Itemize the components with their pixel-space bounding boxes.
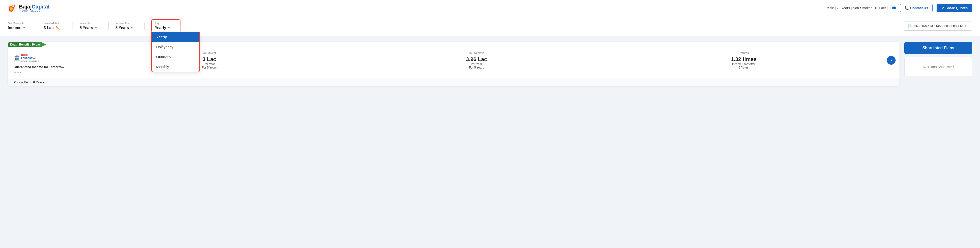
returns-sub1: Income Start After [732, 63, 756, 66]
dropdown-item-monthly[interactable]: Monthly [152, 62, 199, 72]
header: BajajCapital INSURANCE.COM Male | 28 Yea… [0, 0, 980, 16]
main-content: Death Benefit : 30 Lac 🏦 ICICIPRUDENTIAL… [0, 36, 980, 92]
dropdown-item-yearly[interactable]: Yearly [152, 32, 199, 42]
phone-icon: 📞 [905, 6, 909, 10]
plan-card-inner: Death Benefit : 30 Lac 🏦 ICICIPRUDENTIAL… [8, 42, 899, 79]
you-invest-stat: You Invest 3 Lac Per Year For 5 Years [76, 51, 343, 69]
share-icon: ↗ [941, 6, 944, 10]
logo-subtitle: INSURANCE.COM [19, 10, 49, 12]
icici-name: ICICIPRUDENTIAL LIFE INSURANCE [21, 54, 39, 62]
income-for-filter: Income For 5 Years ▾ [116, 22, 145, 30]
svg-point-4 [12, 5, 14, 7]
invest-for-filter: Invest For 5 Years ▾ [80, 22, 109, 30]
pay-dropdown: Yearly Half yearly Quarterly Monthly [151, 32, 200, 72]
returns-sub2: 7 Years [739, 66, 749, 69]
logo-icon [8, 3, 17, 13]
returns-stat: Returns 1.32 times Income Start After 7 … [610, 51, 877, 69]
logo-area: BajajCapital INSURANCE.COM [8, 3, 49, 13]
chevron-down-icon: ▾ [23, 26, 25, 30]
policy-term-row: Policy Term: 6 Years [8, 79, 899, 86]
document-icon: 📄 [908, 24, 912, 28]
chevron-down-icon: ▾ [168, 26, 170, 30]
returns-label: Returns [739, 51, 749, 55]
contact-us-button[interactable]: 📞 Contact Us [900, 4, 933, 12]
you-receive-sub2: For 5 Years [469, 66, 484, 69]
brand-name: BajajCapital [19, 4, 49, 9]
chevron-down-icon: ▾ [131, 26, 132, 30]
pay-label: Pay [155, 22, 177, 25]
edit-link[interactable]: Edit [890, 6, 896, 10]
pay-select[interactable]: Yearly ▾ [155, 26, 177, 30]
you-invest-sub1: Per Year [204, 63, 215, 66]
get-money-filter: Get Money As Income ▾ [8, 22, 37, 30]
user-info: Male | 28 Years | Non-Smoker | 10 Lacs |… [826, 6, 896, 10]
invested-amt-filter: Invested Amt 3 Lac ✏️ [44, 22, 73, 30]
returns-value: 1.32 times [731, 56, 757, 63]
shortlisted-panel: Shortlisted Plans No Plans Shortlisted [904, 42, 972, 86]
icici-logo: 🏦 ICICIPRUDENTIAL LIFE INSURANCE [14, 54, 39, 62]
plans-list: Death Benefit : 30 Lac 🏦 ICICIPRUDENTIAL… [8, 42, 899, 86]
you-receive-label: You Recieve [468, 51, 485, 55]
invest-for-select[interactable]: 5 Years ▾ [80, 26, 102, 30]
dropdown-item-quarterly[interactable]: Quarterly [152, 52, 199, 62]
you-receive-value: 3.96 Lac [466, 56, 487, 63]
select-btn-col: › [883, 42, 899, 79]
get-money-select[interactable]: Income ▾ [8, 26, 30, 30]
select-plan-button[interactable]: › [887, 56, 896, 65]
edit-icon: ✏️ [56, 26, 60, 30]
you-receive-stat: You Recieve 3.96 Lac Per Year For 5 Year… [343, 51, 610, 69]
get-money-label: Get Money As [8, 22, 30, 25]
pay-filter[interactable]: Pay Yearly ▾ Yearly Half yearly Quarterl… [151, 19, 180, 32]
plan-left: Death Benefit : 30 Lac 🏦 ICICIPRUDENTIAL… [8, 42, 70, 79]
logo-text: BajajCapital INSURANCE.COM [19, 4, 49, 12]
you-invest-value: 3 Lac [202, 56, 216, 63]
dropdown-item-half-yearly[interactable]: Half yearly [152, 42, 199, 52]
income-for-label: Income For [116, 22, 138, 25]
crn-box: 📄 CRN/Trace Id : 145803053088886190 [903, 22, 972, 30]
shortlisted-plans-button[interactable]: Shortlisted Plans [904, 42, 972, 54]
plan-card: Death Benefit : 30 Lac 🏦 ICICIPRUDENTIAL… [8, 42, 899, 86]
share-quotes-button[interactable]: ↗ Share Quotes [937, 4, 972, 12]
invest-for-label: Invest For [80, 22, 102, 25]
death-benefit-badge: Death Benefit : 30 Lac [8, 42, 46, 47]
plan-name: Guaranteed Income for Tomorrow [14, 65, 64, 69]
you-invest-sub2: For 5 Years [202, 66, 216, 69]
you-receive-sub1: Per Year [471, 63, 482, 66]
header-right: Male | 28 Years | Non-Smoker | 10 Lacs |… [826, 4, 972, 12]
income-for-select[interactable]: 5 Years ▾ [116, 26, 138, 30]
plan-type: Income [14, 71, 22, 74]
invested-amt-label: Invested Amt [44, 22, 66, 25]
icici-icon: 🏦 [14, 55, 20, 61]
shortlisted-empty: No Plans Shortlisted [904, 57, 972, 77]
invested-amt-select[interactable]: 3 Lac ✏️ [44, 26, 66, 30]
chevron-down-icon: ▾ [95, 26, 97, 30]
you-invest-label: You Invest [202, 51, 216, 55]
filter-bar: Get Money As Income ▾ Invested Amt 3 Lac… [0, 16, 980, 36]
